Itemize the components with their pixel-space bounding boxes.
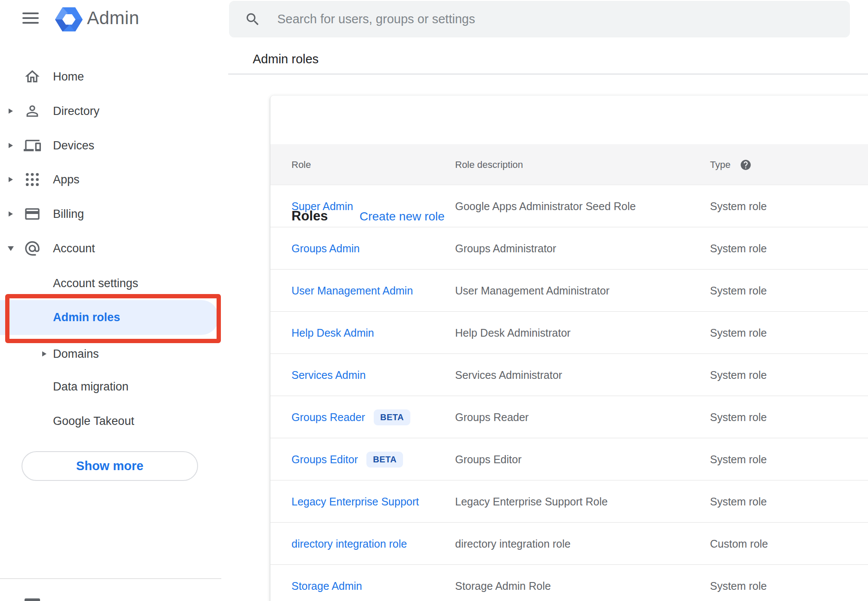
at-sign-icon [24, 240, 41, 257]
role-link[interactable]: Help Desk Admin [291, 312, 374, 354]
table-row: Groups Reader BETA Groups Reader System … [270, 396, 868, 438]
role-type: System role [710, 185, 767, 227]
expand-arrow-icon[interactable] [9, 211, 13, 217]
role-type: System role [710, 565, 767, 601]
table-row: Services Admin Services Administrator Sy… [270, 354, 868, 396]
roles-card: Roles Create new role Role Role descript… [270, 96, 868, 601]
role-link[interactable]: directory integration role [291, 523, 407, 565]
sidebar-item-label: Admin roles [53, 311, 120, 324]
role-link[interactable]: User Management Admin [291, 270, 413, 312]
help-icon[interactable] [740, 159, 752, 171]
credit-card-icon [24, 205, 41, 223]
expand-arrow-icon[interactable] [9, 143, 13, 148]
table-row: Legacy Enterprise Support Legacy Enterpr… [270, 480, 868, 523]
expand-arrow-icon[interactable] [42, 351, 46, 356]
table-row: User Management Admin User Management Ad… [270, 270, 868, 312]
role-description: Help Desk Administrator [455, 312, 570, 354]
role-description: Groups Administrator [455, 227, 556, 270]
sidebar-item-billing[interactable]: Billing [0, 197, 221, 231]
hamburger-menu-icon[interactable] [22, 11, 39, 25]
sidebar-item-home[interactable]: Home [0, 59, 221, 94]
admin-logo-icon [55, 7, 83, 31]
role-type: System role [710, 438, 767, 480]
role-type: Custom role [710, 523, 768, 565]
header-divider [228, 74, 868, 74]
sidebar-divider [0, 578, 221, 579]
search-bar[interactable] [229, 1, 850, 37]
role-link[interactable]: Storage Admin [291, 565, 362, 601]
table-row: Groups Admin Groups Administrator System… [270, 227, 868, 270]
sidebar-item-google-takeout[interactable]: Google Takeout [0, 404, 221, 438]
home-icon [24, 68, 41, 85]
table-header: Role Role description Type [270, 144, 868, 185]
table-row: Groups Editor BETA Groups Editor System … [270, 438, 868, 480]
role-description: Google Apps Administrator Seed Role [455, 185, 636, 227]
sidebar-item-apps[interactable]: Apps [0, 162, 221, 197]
sidebar-item-domains[interactable]: Domains [0, 337, 221, 371]
roles-table: Super Admin Google Apps Administrator Se… [270, 185, 868, 601]
role-description: Services Administrator [455, 354, 562, 396]
role-link[interactable]: Groups Reader [291, 411, 365, 424]
collapse-arrow-icon[interactable] [8, 246, 14, 251]
search-icon [245, 11, 261, 28]
role-type: System role [710, 312, 767, 354]
partial-bottom-icon [25, 598, 40, 601]
sidebar-item-label: Google Takeout [53, 415, 134, 428]
sidebar-item-label: Directory [53, 105, 99, 118]
role-description: Groups Reader [455, 396, 529, 438]
breadcrumb: Admin roles [253, 52, 319, 66]
column-header-role-description: Role description [455, 144, 523, 185]
table-row: Help Desk Admin Help Desk Administrator … [270, 312, 868, 354]
sidebar: Admin Home Directory Devices A [0, 0, 221, 601]
role-link[interactable]: Groups Admin [291, 227, 360, 270]
expand-arrow-icon[interactable] [9, 108, 13, 114]
column-header-type: Type [710, 144, 731, 185]
sidebar-item-label: Data migration [53, 380, 129, 393]
sidebar-item-admin-roles[interactable]: Admin roles [0, 300, 219, 335]
sidebar-item-directory[interactable]: Directory [0, 94, 221, 128]
role-description: directory integration role [455, 523, 570, 565]
sidebar-item-label: Devices [53, 139, 94, 152]
sidebar-item-label: Domains [53, 347, 99, 361]
sidebar-item-label: Billing [53, 208, 84, 221]
role-type: System role [710, 270, 767, 312]
role-description: Legacy Enterprise Support Role [455, 480, 608, 523]
role-type: System role [710, 227, 767, 270]
person-icon [24, 102, 41, 120]
table-row: directory integration role directory int… [270, 523, 868, 565]
table-row: Storage Admin Storage Admin Role System … [270, 565, 868, 601]
show-more-button[interactable]: Show more [22, 451, 198, 481]
app-title: Admin [87, 8, 140, 28]
role-description: Groups Editor [455, 438, 521, 480]
sidebar-item-account-settings[interactable]: Account settings [0, 266, 221, 300]
sidebar-item-label: Home [53, 70, 84, 84]
expand-arrow-icon[interactable] [9, 177, 13, 182]
sidebar-item-label: Apps [53, 173, 80, 186]
role-link[interactable]: Legacy Enterprise Support [291, 480, 419, 523]
role-type: System role [710, 354, 767, 396]
role-type: System role [710, 396, 767, 438]
apps-grid-icon [24, 171, 41, 188]
role-description: Storage Admin Role [455, 565, 551, 601]
devices-icon [24, 137, 41, 154]
sidebar-item-data-migration[interactable]: Data migration [0, 369, 221, 404]
sidebar-item-devices[interactable]: Devices [0, 128, 221, 163]
sidebar-item-label: Account [53, 242, 95, 255]
sidebar-item-label: Account settings [53, 277, 138, 290]
table-row: Super Admin Google Apps Administrator Se… [270, 185, 868, 227]
column-header-role: Role [291, 144, 311, 185]
role-link[interactable]: Super Admin [291, 185, 353, 227]
beta-badge: BETA [366, 452, 403, 468]
sidebar-item-account[interactable]: Account [0, 231, 221, 266]
role-link[interactable]: Groups Editor [291, 453, 358, 466]
role-link[interactable]: Services Admin [291, 354, 366, 396]
search-input[interactable] [277, 1, 837, 37]
role-description: User Management Administrator [455, 270, 609, 312]
beta-badge: BETA [374, 409, 410, 425]
role-type: System role [710, 480, 767, 523]
